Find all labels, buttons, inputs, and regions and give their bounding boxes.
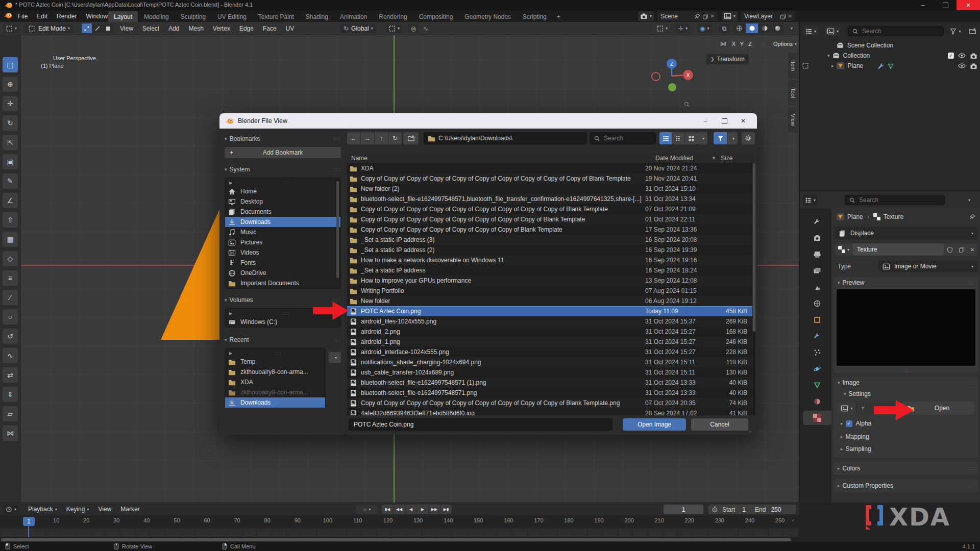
triangulate-modifier-icon[interactable] [887, 63, 894, 69]
properties-tab-render[interactable] [807, 231, 827, 245]
file-row[interactable]: New folder06 Aug 2024 19:12 [347, 296, 752, 306]
jump-start-button[interactable]: ▮◀ [382, 505, 393, 514]
properties-editor-type-dropdown[interactable] [803, 195, 818, 205]
expand-icon[interactable]: ▶ [229, 181, 232, 185]
tool-rip-region[interactable]: ⋈ [3, 425, 18, 441]
recent-item-zkthouoairy8-con-arma-[interactable]: zkthouoairy8-con-arma... [225, 387, 325, 397]
timeline-channels[interactable] [0, 529, 799, 537]
fake-user-shield-icon[interactable] [944, 243, 956, 256]
outliner-search-input[interactable] [861, 27, 924, 35]
filename-field[interactable] [349, 418, 612, 431]
tab-rendering[interactable]: Rendering [373, 11, 412, 22]
tab-layout[interactable]: Layout [108, 11, 138, 22]
dialog-search[interactable] [590, 132, 656, 144]
column-size[interactable]: Size [721, 155, 754, 162]
chevron-down-icon[interactable]: ▾ [827, 53, 830, 58]
file-row[interactable]: airdroid_1.png31 Oct 2024 15:27246 KiB [347, 337, 752, 347]
minimize-button[interactable]: – [912, 0, 934, 10]
vp-menu-mesh[interactable]: Mesh [184, 22, 208, 35]
resize-grip-icon[interactable]: :::: [902, 368, 910, 373]
recent-item-temp[interactable]: Temp [225, 357, 325, 367]
tool-smooth[interactable]: ∿ [3, 348, 18, 363]
tab-uv-editing[interactable]: UV Editing [212, 11, 252, 22]
tab-texture-paint[interactable]: Texture Paint [253, 11, 300, 22]
properties-tab-particles[interactable] [807, 345, 827, 360]
file-row[interactable]: bluetooth-select_file-e1624997548571.png… [347, 388, 752, 398]
shading-wireframe[interactable] [733, 23, 745, 33]
resize-caret-icon[interactable]: ⌃ [748, 431, 752, 435]
settings-button[interactable] [742, 132, 755, 144]
snap-dropdown[interactable] [386, 23, 402, 33]
properties-tab-tool[interactable] [807, 215, 827, 229]
close-button[interactable]: ✕ [957, 0, 980, 10]
scrollbar[interactable] [753, 163, 755, 415]
properties-tab-material[interactable] [807, 394, 827, 409]
camera-icon[interactable] [970, 63, 977, 69]
viewlayer-type-icon[interactable] [722, 11, 738, 21]
tool-spin[interactable]: ↺ [3, 329, 18, 344]
expand-icon[interactable]: ▶ [229, 311, 232, 316]
file-row[interactable]: How to improve your GPUs performance13 S… [347, 276, 752, 286]
checkbox-icon[interactable]: ✓ [948, 53, 954, 59]
system-item-downloads[interactable]: Downloads [225, 217, 340, 227]
file-row[interactable]: Copy of Copy of Copy of Copy of Copy of … [347, 224, 752, 235]
file-row[interactable]: Copy of Copy of Copy of Copy of Copy of … [347, 214, 752, 224]
display-thumbnails-button[interactable] [685, 132, 697, 144]
system-item-home[interactable]: Home [225, 186, 340, 196]
properties-tab-world[interactable] [807, 296, 827, 311]
unlink-icon[interactable]: ✕ [710, 13, 715, 19]
dialog-minimize-button[interactable]: – [697, 113, 714, 129]
tab-modeling[interactable]: Modeling [138, 11, 175, 22]
camera-icon[interactable] [970, 53, 977, 59]
system-item-videos[interactable]: Videos [225, 247, 340, 258]
outliner-filter-dropdown[interactable] [947, 26, 964, 36]
file-row[interactable]: airdroid_2.png31 Oct 2024 15:27168 KiB [347, 327, 752, 337]
dialog-titlebar[interactable]: Blender File View [219, 113, 757, 129]
tab-sculpting[interactable]: Sculpting [175, 11, 211, 22]
select-mode-vertex[interactable] [82, 23, 92, 33]
image-panel-header[interactable]: ▾ Image :::: [834, 377, 978, 388]
texture-browse-dropdown[interactable] [835, 243, 853, 256]
navigation-gizmo[interactable]: Z X [649, 47, 695, 93]
mirror-y-button[interactable]: Y [738, 39, 746, 48]
outliner-filter-id-dropdown[interactable] [825, 26, 841, 36]
file-row[interactable]: bluetooth-select_file-e1624997548571,blu… [347, 194, 752, 204]
current-frame-field[interactable]: 1 [664, 505, 703, 514]
menu-file[interactable]: File [13, 10, 32, 22]
vp-menu-face[interactable]: Face [258, 22, 281, 35]
file-row[interactable]: How to make a network discoverable on Wi… [347, 255, 752, 265]
stopwatch-icon[interactable] [712, 506, 718, 513]
timeline-ruler[interactable]: 1020304050607080901001101201301401501601… [0, 515, 799, 529]
recent-item-downloads[interactable]: Downloads [225, 397, 325, 408]
properties-search[interactable] [845, 195, 945, 205]
file-row[interactable]: POTC Aztec Coin.pngToday 11:09458 KiB [347, 306, 752, 316]
tool-transform[interactable]: ▣ [3, 154, 18, 169]
tab-animation[interactable]: Animation [334, 11, 373, 22]
viewlayer-selector[interactable]: ViewLayer ✕ [741, 11, 795, 21]
tab-geometry-nodes[interactable]: Geometry Nodes [459, 11, 517, 22]
mode-dropdown[interactable]: Edit Mode [24, 23, 74, 33]
file-row[interactable]: Writing Portfolio07 Aug 2024 01:15 [347, 286, 752, 296]
file-row[interactable]: _Set a static IP address (2)16 Sep 2024 … [347, 245, 752, 255]
add-workspace-button[interactable]: + [553, 13, 565, 20]
mesh-plane-orange[interactable] [161, 208, 220, 340]
open-image-button[interactable]: Open Image [623, 418, 686, 431]
shading-solid[interactable] [746, 23, 758, 33]
copy-icon[interactable] [956, 243, 967, 256]
scene-type-icon[interactable] [638, 11, 654, 21]
recent-item-zkthouoairy8-con-arma-[interactable]: zkthouoairy8-con-arma... [225, 367, 325, 377]
properties-tab-output[interactable] [807, 247, 827, 262]
alpha-row[interactable]: ▸ ✓ Alpha [841, 418, 974, 429]
search-input[interactable] [603, 134, 651, 142]
object-visibility-dropdown[interactable] [654, 23, 670, 33]
file-row[interactable]: Copy of Copy of Copy of Copy of Copy of … [347, 173, 752, 184]
system-item-onedrive[interactable]: OneDrive [225, 268, 340, 278]
outliner-row-scene-collection[interactable]: Scene Collection [800, 40, 980, 51]
system-item-pictures[interactable]: Pictures [225, 237, 340, 247]
tool-measure[interactable]: ∠ [3, 193, 18, 208]
system-item-music[interactable]: Music [225, 227, 340, 237]
overlays-toggle[interactable]: ◉ [697, 23, 712, 33]
scrollbar-thumb[interactable] [753, 163, 755, 332]
vp-menu-add[interactable]: Add [164, 22, 184, 35]
column-date-modified[interactable]: Date Modified [655, 155, 712, 162]
